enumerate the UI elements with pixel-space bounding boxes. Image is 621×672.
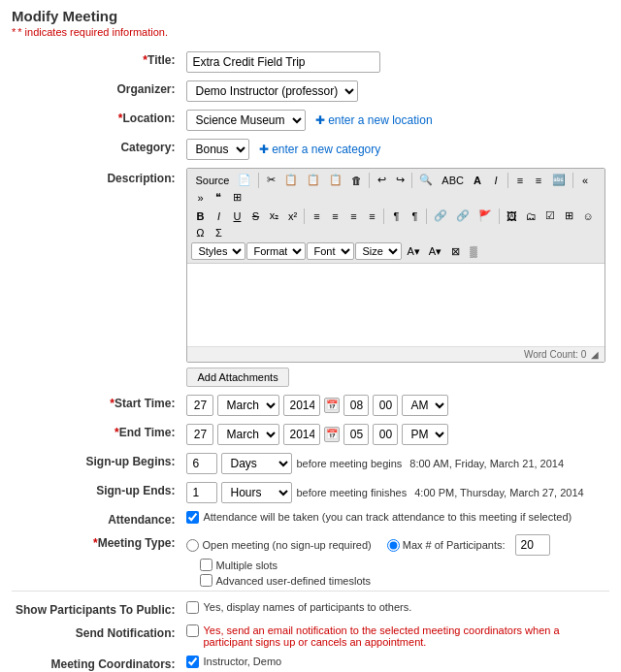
rte-list3-btn[interactable]: 🔤 <box>548 172 570 188</box>
rte-redo-btn[interactable]: ↪ <box>391 172 409 188</box>
location-select[interactable]: Science Museum <box>186 110 306 131</box>
rte-italic-btn[interactable]: I <box>210 208 227 224</box>
rte-emoji-btn[interactable]: ☺ <box>578 208 597 224</box>
rte-sep3 <box>411 173 412 188</box>
start-month-select[interactable]: March <box>217 395 279 416</box>
rte-paste2-btn[interactable]: 📋 <box>325 172 346 188</box>
attendance-checkbox-label[interactable]: Attendance will be taken (you can track … <box>186 511 605 524</box>
rte-copy-btn[interactable]: 📋 <box>280 172 302 188</box>
signup-begins-num-input[interactable] <box>186 453 217 474</box>
rte-size-select[interactable]: Size <box>355 242 402 260</box>
end-month-select[interactable]: March <box>217 424 279 445</box>
rte-resize-handle[interactable]: ◢ <box>589 349 599 359</box>
start-min-input[interactable] <box>373 395 398 416</box>
rte-list1-btn[interactable]: ≡ <box>511 173 529 188</box>
add-location-link[interactable]: enter a new location <box>315 113 433 127</box>
end-hour-input[interactable] <box>343 424 369 445</box>
send-notification-checkbox[interactable] <box>186 624 199 637</box>
end-ampm-select[interactable]: AM PM <box>402 424 448 445</box>
advanced-timeslots-label[interactable]: Advanced user-defined timeslots <box>200 574 371 587</box>
rte-cut-btn[interactable]: ✂ <box>262 172 279 188</box>
rte-list2-btn[interactable]: ≡ <box>530 173 547 188</box>
end-day-input[interactable] <box>186 424 213 445</box>
rte-lquote-btn[interactable]: « <box>576 173 594 188</box>
rte-underline-btn[interactable]: U <box>228 208 245 224</box>
advanced-timeslots-checkbox[interactable] <box>200 574 212 587</box>
rte-delete-btn[interactable]: 🗑 <box>347 173 366 188</box>
add-category-link[interactable]: enter a new category <box>259 143 380 156</box>
signup-begins-unit-select[interactable]: Days Hours Minutes <box>221 453 292 474</box>
rte-omega-btn[interactable]: Ω <box>191 225 209 240</box>
rte-rquote-btn[interactable]: » <box>191 190 209 206</box>
rte-sup-btn[interactable]: x² <box>283 208 301 224</box>
multiple-slots-checkbox[interactable] <box>200 559 212 571</box>
rte-table-btn[interactable]: ⊞ <box>228 189 245 206</box>
rte-content-area[interactable] <box>187 264 605 346</box>
rte-strike-btn[interactable]: S <box>246 208 264 224</box>
start-day-input[interactable] <box>186 395 213 416</box>
rte-align-center-btn[interactable]: ≡ <box>326 208 343 224</box>
rte-link-btn[interactable]: 🔗 <box>430 208 451 224</box>
multiple-slots-label[interactable]: Multiple slots <box>200 559 278 571</box>
rte-format-select[interactable]: Format <box>246 242 306 260</box>
rte-italic-small-btn[interactable]: I <box>487 173 505 188</box>
rte-unlink-btn[interactable]: 🔗 <box>452 208 474 224</box>
start-hour-input[interactable] <box>343 395 369 416</box>
rte-font-select[interactable]: Font <box>307 242 354 260</box>
rte-maximize-btn[interactable]: ⊠ <box>446 243 464 260</box>
max-participants-radio[interactable] <box>387 539 400 552</box>
rte-doc-btn[interactable]: 📄 <box>234 172 255 188</box>
start-year-input[interactable] <box>283 395 320 416</box>
open-meeting-radio[interactable] <box>186 539 199 552</box>
rte-img-btn[interactable]: 🖼 <box>503 208 521 224</box>
coordinators-checkbox-label[interactable]: Instructor, Demo <box>186 656 605 668</box>
category-row: Category: Bonus enter a new category <box>12 135 609 164</box>
rte-sigma-btn[interactable]: Σ <box>210 225 227 240</box>
coordinators-value: Instructor, Demo <box>203 656 281 667</box>
end-calendar-icon[interactable]: 📅 <box>324 427 340 442</box>
end-min-input[interactable] <box>373 424 398 445</box>
rte-fontcolor-btn[interactable]: A▾ <box>403 243 423 260</box>
start-calendar-icon[interactable]: 📅 <box>324 398 340 413</box>
rte-align-right-btn[interactable]: ≡ <box>344 208 362 224</box>
show-participants-checkbox[interactable] <box>186 601 199 614</box>
rte-checkbox-btn[interactable]: ☑ <box>541 208 559 224</box>
start-ampm-select[interactable]: AM PM <box>402 395 448 416</box>
rte-undo-btn[interactable]: ↩ <box>373 172 390 188</box>
organizer-select[interactable]: Demo Instructor (professor) <box>186 80 358 102</box>
rte-blockquote-btn[interactable]: ❝ <box>210 189 227 206</box>
rte-para2-btn[interactable]: ¶ <box>406 208 423 224</box>
rte-justify-btn[interactable]: ≡ <box>363 208 380 224</box>
rte-anchor-btn[interactable]: 🚩 <box>474 208 496 224</box>
rte-flash-btn[interactable]: 🗂 <box>522 208 540 224</box>
rte-row2: B I U S x₂ x² ≡ ≡ ≡ ≡ ¶ <box>191 208 601 240</box>
coordinators-checkbox[interactable] <box>186 656 199 668</box>
rte-show-blocks-btn[interactable]: ▒ <box>465 243 482 259</box>
rte-sub-btn[interactable]: x₂ <box>265 208 282 224</box>
signup-begins-row: Sign-up Begins: Days Hours Minutes befor… <box>12 449 609 478</box>
end-year-input[interactable] <box>283 424 320 445</box>
category-select[interactable]: Bonus <box>186 139 249 160</box>
rte-find-btn[interactable]: 🔍 <box>415 172 437 188</box>
signup-begins-label: Sign-up Begins: <box>12 449 182 478</box>
attendance-checkbox[interactable] <box>186 511 199 524</box>
rte-accessibility-btn[interactable]: A <box>469 173 486 188</box>
show-participants-checkbox-label[interactable]: Yes, display names of participants to ot… <box>186 601 605 614</box>
add-attachments-btn[interactable]: Add Attachments <box>186 368 288 387</box>
max-participants-label[interactable]: Max # of Participants: <box>387 539 506 552</box>
signup-ends-num-input[interactable] <box>186 482 217 503</box>
rte-spellcheck-btn[interactable]: ABC <box>438 173 468 188</box>
rte-para-btn[interactable]: ¶ <box>387 208 405 224</box>
rte-bgcolor-btn[interactable]: A▾ <box>425 243 445 260</box>
title-input[interactable] <box>186 51 380 73</box>
send-notification-checkbox-label[interactable]: Yes, send an email notification to the s… <box>186 624 605 648</box>
max-participants-input[interactable] <box>515 534 550 556</box>
rte-bold-btn[interactable]: B <box>191 208 209 224</box>
rte-source-btn[interactable]: Source <box>191 173 233 188</box>
rte-align-left-btn[interactable]: ≡ <box>308 208 325 224</box>
signup-ends-unit-select[interactable]: Days Hours Minutes <box>221 482 292 503</box>
rte-paste-btn[interactable]: 📋 <box>303 172 324 188</box>
open-meeting-label[interactable]: Open meeting (no sign-up required) <box>186 539 371 552</box>
rte-styles-select[interactable]: Styles <box>191 242 245 260</box>
rte-table2-btn[interactable]: ⊞ <box>560 208 577 224</box>
